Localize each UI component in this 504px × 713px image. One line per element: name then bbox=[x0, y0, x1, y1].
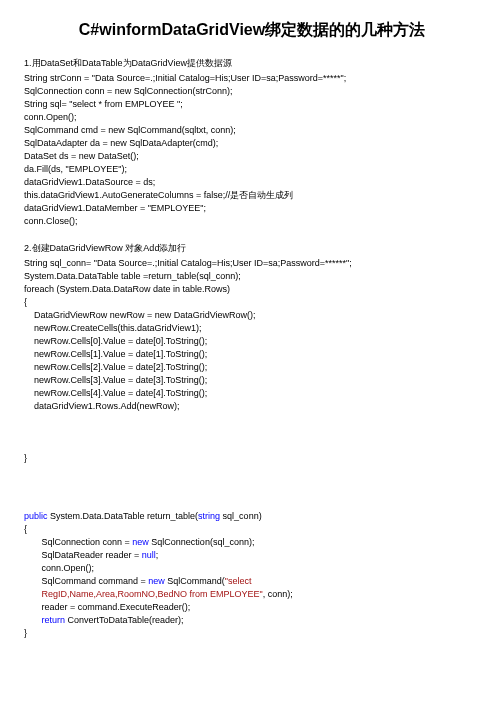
code-block-3: public System.Data.DataTable return_tabl… bbox=[24, 510, 480, 640]
page-title: C#winformDataGridView绑定数据的的几种方法 bbox=[24, 20, 480, 41]
section-2-title: 2.创建DataGridViewRow 对象Add添加行 bbox=[24, 242, 480, 255]
document-page: C#winformDataGridView绑定数据的的几种方法 1.用DataS… bbox=[0, 0, 504, 713]
section-1-title: 1.用DataSet和DataTable为DataGridView提供数据源 bbox=[24, 57, 480, 70]
code-block-2: String sql_conn= "Data Source=.;Initial … bbox=[24, 257, 480, 466]
code-block-1: String strConn = "Data Source=.;Initial … bbox=[24, 72, 480, 229]
